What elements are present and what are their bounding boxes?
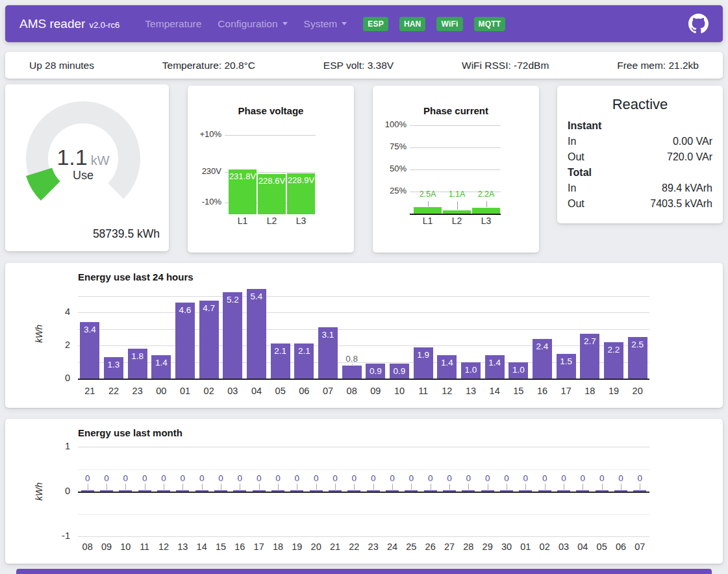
label-leader-line [507, 484, 507, 491]
x-tick-label: 16 [231, 542, 249, 552]
y-tick-label: 25% [377, 186, 407, 195]
label-leader-line [488, 484, 488, 491]
reactive-row: Out720.0 VAr [568, 149, 712, 165]
x-tick-label: 26 [421, 542, 440, 552]
y-tick-label: 4 [42, 306, 70, 317]
reactive-heading-label: Total [568, 167, 592, 179]
gauge-value-number: 1.1 [56, 145, 87, 169]
status-bar: Up 28 minutesTemperature: 20.8°CESP volt… [5, 52, 723, 79]
bar-value-label: 0 [554, 473, 573, 483]
status-item-0: Up 28 minutes [29, 60, 94, 71]
reactive-row-label: In [568, 182, 576, 194]
x-tick-label: 02 [197, 386, 221, 396]
label-leader-line [468, 484, 469, 491]
gauge-value-unit: kW [91, 153, 110, 168]
y-tick-label: -10% [192, 197, 221, 206]
current-bar [414, 207, 442, 214]
bar-value-label: 0.9 [388, 366, 412, 376]
y-tick-label: 75% [377, 142, 407, 151]
bar-value-label: 2.4 [531, 342, 555, 351]
x-tick-label: L3 [287, 216, 315, 226]
nav-item-configuration[interactable]: Configuration [218, 18, 287, 30]
x-tick-label: 12 [154, 542, 173, 552]
y-axis-title: kWh [34, 308, 44, 360]
bar-value-label: 0.9 [364, 366, 388, 376]
x-tick-label: 04 [245, 386, 269, 396]
bar-value-label: 1.3 [102, 360, 126, 369]
status-badge-wifi: WiFi [436, 17, 462, 31]
y-axis-title: kWh [34, 466, 44, 518]
label-leader-line [525, 484, 526, 491]
x-tick-label: 06 [611, 542, 630, 552]
label-leader-line [602, 484, 603, 491]
x-tick-label: 29 [478, 542, 497, 552]
bar-value-label: 2.1 [268, 346, 292, 356]
label-leader-line [352, 364, 353, 365]
x-tick-label: 04 [573, 542, 592, 552]
app-brand[interactable]: AMS reader v2.0-rc6 [19, 17, 119, 31]
label-leader-line [449, 484, 450, 491]
x-tick-label: 06 [292, 386, 316, 396]
label-leader-line [125, 484, 126, 491]
x-tick-label: 22 [102, 386, 126, 396]
energy-month-chart-card: Energy use last month 10-1kWh00800901001… [5, 419, 723, 564]
x-tick-label: L3 [472, 216, 500, 226]
reactive-row-value: 720.0 VAr [667, 151, 712, 163]
label-leader-line [107, 484, 107, 491]
x-tick-label: 03 [221, 386, 245, 396]
status-item-3: WiFi RSSI: -72dBm [462, 60, 549, 71]
gridline [78, 296, 649, 297]
x-tick-label: 28 [459, 542, 478, 552]
y-tick-label: 0 [42, 373, 70, 383]
status-badge-esp: ESP [363, 17, 388, 31]
label-leader-line [278, 484, 279, 491]
bar-value-label: 0 [631, 473, 649, 483]
gridline [78, 447, 649, 447]
bar-value-label: 5.2 [221, 295, 245, 305]
reactive-row-label: Out [568, 151, 584, 163]
reactive-row: In89.4 kVArh [568, 181, 712, 196]
bar-value-label: 0 [497, 473, 516, 483]
x-tick-label: 14 [192, 542, 211, 552]
x-tick-label: 21 [78, 386, 102, 396]
phase-current-title: Phase current [373, 105, 539, 116]
x-tick-label: L1 [414, 216, 442, 226]
label-leader-line [297, 484, 297, 491]
bar-value-label: 1.5 [554, 356, 578, 366]
github-link[interactable] [688, 14, 709, 34]
bar-value-label: 0 [135, 473, 154, 483]
energy-24h-title: Energy use last 24 hours [78, 271, 194, 282]
x-tick-label: 01 [173, 386, 197, 396]
nav-item-system[interactable]: System [304, 18, 347, 30]
bar-value-label: 2.5 [625, 340, 649, 349]
label-leader-line [240, 484, 240, 491]
current-bar-value: 2.5A [414, 190, 442, 199]
bar-value-label: 0 [231, 473, 249, 483]
x-tick-label: 18 [268, 542, 287, 552]
x-axis-line [78, 492, 649, 493]
nav-item-label: System [304, 18, 338, 30]
bar-value-label: 3.1 [316, 330, 340, 340]
y-tick-label: 2 [42, 340, 70, 350]
x-tick-label: 17 [249, 542, 268, 552]
y-tick-label: 50% [377, 164, 407, 173]
bar-value-label: 0 [116, 473, 135, 483]
nav-item-temperature[interactable]: Temperature [145, 18, 201, 30]
nav-item-label: Temperature [145, 18, 201, 30]
label-leader-line [428, 201, 429, 206]
x-tick-label: 07 [316, 386, 340, 396]
x-tick-label: 13 [173, 542, 192, 552]
x-tick-label: 22 [345, 542, 364, 552]
x-tick-label: 02 [535, 542, 554, 552]
label-leader-line [564, 484, 564, 491]
label-leader-line [259, 484, 260, 491]
gridline [78, 329, 649, 330]
label-leader-line [373, 484, 374, 491]
x-tick-label: 17 [554, 386, 578, 396]
gauge-value: 1.1kW [5, 145, 161, 170]
voltage-bar-value: 228.9V [287, 175, 315, 185]
bar-value-label: 1.9 [411, 350, 435, 360]
main-nav: TemperatureConfigurationSystem [129, 18, 347, 30]
voltage-bar-value: 228.6V [258, 176, 286, 186]
reactive-row: Out7403.5 kVArh [568, 196, 712, 212]
